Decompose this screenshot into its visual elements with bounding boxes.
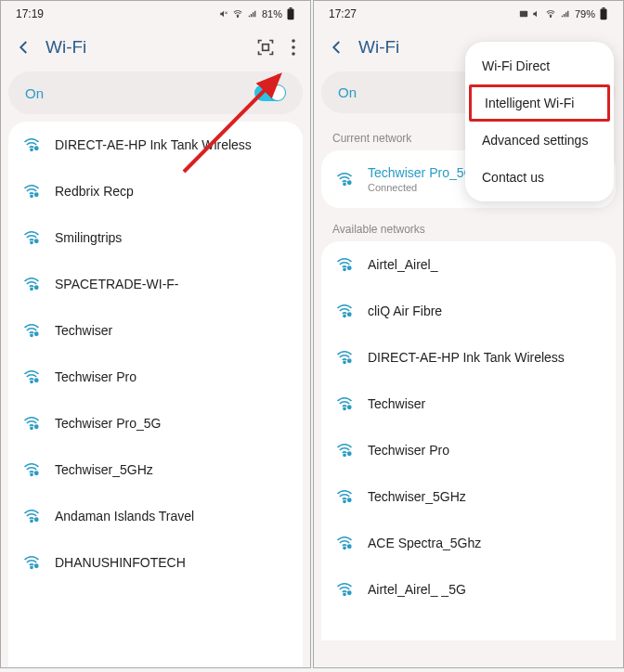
svg-rect-27 bbox=[36, 426, 38, 428]
status-bar: 17:27 79% bbox=[314, 1, 623, 23]
wifi-icon bbox=[545, 9, 556, 19]
wifi-toggle-row[interactable]: On bbox=[8, 71, 303, 114]
volume-mute-icon bbox=[219, 9, 228, 19]
network-name: Techwiser_5GHz bbox=[368, 489, 603, 504]
image-icon bbox=[519, 9, 528, 19]
svg-point-6 bbox=[292, 52, 295, 56]
svg-rect-63 bbox=[349, 499, 351, 501]
network-name: ACE Spectra_5Ghz bbox=[368, 536, 603, 550]
svg-rect-57 bbox=[349, 407, 351, 408]
overflow-menu: Wi-Fi DirectIntelligent Wi-FiAdvanced se… bbox=[465, 42, 614, 201]
wifi-signal-icon bbox=[21, 508, 42, 524]
network-row[interactable]: Techwiser bbox=[8, 307, 303, 354]
wifi-signal-icon bbox=[334, 349, 355, 366]
menu-item[interactable]: Advanced settings bbox=[465, 122, 614, 159]
wifi-signal-icon bbox=[334, 442, 355, 459]
svg-point-28 bbox=[31, 473, 32, 475]
network-row[interactable]: Techwiser Pro bbox=[321, 427, 616, 473]
svg-rect-60 bbox=[349, 453, 351, 455]
svg-point-52 bbox=[344, 361, 345, 363]
network-row[interactable]: Smilingtrips bbox=[8, 214, 303, 261]
back-button[interactable] bbox=[16, 39, 32, 56]
network-name: Techwiser bbox=[368, 396, 603, 411]
wifi-signal-icon bbox=[21, 415, 42, 432]
network-row[interactable]: Techwiser Pro bbox=[8, 354, 303, 400]
svg-rect-33 bbox=[36, 519, 38, 521]
network-name: DHANUSHINFOTECH bbox=[55, 555, 290, 570]
svg-point-13 bbox=[31, 241, 32, 243]
back-button[interactable] bbox=[329, 39, 345, 56]
svg-rect-69 bbox=[349, 592, 351, 594]
network-row[interactable]: Techwiser Pro_5G bbox=[8, 400, 303, 446]
network-row[interactable]: Redbrix Recp bbox=[8, 168, 303, 214]
svg-rect-41 bbox=[603, 7, 605, 8]
wifi-signal-icon bbox=[21, 229, 42, 246]
more-vertical-icon bbox=[292, 39, 295, 56]
svg-point-0 bbox=[237, 16, 238, 17]
network-row[interactable]: DHANUSHINFOTECH bbox=[8, 539, 303, 586]
wifi-signal-icon bbox=[21, 276, 42, 292]
svg-point-61 bbox=[344, 500, 345, 502]
svg-point-55 bbox=[344, 407, 345, 409]
wifi-signal-icon bbox=[334, 535, 355, 551]
network-name: Airtel_Airel_ bbox=[368, 257, 603, 272]
svg-rect-15 bbox=[36, 240, 38, 242]
network-name: Techwiser_5GHz bbox=[55, 462, 290, 477]
network-name: Techwiser Pro bbox=[55, 369, 290, 384]
svg-rect-36 bbox=[36, 565, 38, 567]
qr-scan-button[interactable] bbox=[256, 38, 275, 57]
wifi-signal-icon bbox=[21, 322, 42, 339]
svg-rect-24 bbox=[36, 380, 38, 381]
network-row[interactable]: Airtel_Airel_ bbox=[321, 241, 616, 288]
network-name: DIRECT-AE-HP Ink Tank Wireless bbox=[55, 137, 290, 152]
svg-point-58 bbox=[344, 454, 345, 456]
network-list: DIRECT-AE-HP Ink Tank WirelessRedbrix Re… bbox=[8, 122, 303, 668]
network-row[interactable]: Airtel_Airel_ _5G bbox=[321, 566, 616, 613]
status-time: 17:19 bbox=[16, 7, 44, 20]
network-row[interactable]: Techwiser_5GHz bbox=[321, 473, 616, 520]
network-name: DIRECT-AE-HP Ink Tank Wireless bbox=[368, 350, 603, 365]
menu-item[interactable]: Wi-Fi Direct bbox=[465, 47, 614, 84]
svg-rect-48 bbox=[349, 267, 351, 269]
screenshot-left: 17:19 81% Wi-Fi On DIRECT-AE-HP Ink Tank… bbox=[0, 0, 311, 668]
more-options-button[interactable] bbox=[292, 39, 295, 56]
network-row[interactable]: cliQ Air Fibre bbox=[321, 288, 616, 334]
battery-icon bbox=[286, 7, 295, 20]
available-network-list: Airtel_Airel_cliQ Air FibreDIRECT-AE-HP … bbox=[321, 241, 616, 640]
network-row[interactable]: DIRECT-AE-HP Ink Tank Wireless bbox=[8, 122, 303, 168]
svg-rect-38 bbox=[520, 11, 527, 18]
wifi-signal-icon bbox=[21, 136, 42, 153]
menu-item[interactable]: Contact us bbox=[465, 159, 614, 196]
network-name: Techwiser Pro_5G bbox=[55, 416, 290, 431]
svg-rect-44 bbox=[349, 182, 351, 184]
network-row[interactable]: ACE Spectra_5Ghz bbox=[321, 520, 616, 566]
svg-point-39 bbox=[550, 16, 551, 17]
wifi-signal-icon bbox=[334, 256, 355, 273]
svg-rect-12 bbox=[36, 194, 38, 196]
svg-point-34 bbox=[31, 566, 32, 568]
network-row[interactable]: Techwiser_5GHz bbox=[8, 446, 303, 493]
on-label: On bbox=[25, 85, 44, 101]
network-row[interactable]: DIRECT-AE-HP Ink Tank Wireless bbox=[321, 334, 616, 381]
status-time: 17:27 bbox=[329, 7, 357, 20]
svg-rect-66 bbox=[349, 546, 351, 548]
svg-point-31 bbox=[31, 520, 32, 522]
menu-item[interactable]: Intelligent Wi-Fi bbox=[469, 84, 610, 122]
svg-point-25 bbox=[31, 427, 32, 429]
svg-point-4 bbox=[292, 39, 295, 43]
volume-mute-icon bbox=[532, 9, 541, 19]
chevron-left-icon bbox=[16, 39, 32, 56]
svg-point-22 bbox=[31, 381, 32, 382]
svg-rect-2 bbox=[290, 7, 292, 8]
network-row[interactable]: SPACETRADE-WI-F- bbox=[8, 261, 303, 307]
screenshot-right: 17:27 79% Wi-Fi On Current network Techw… bbox=[313, 0, 624, 668]
status-battery: 81% bbox=[262, 8, 282, 19]
svg-rect-18 bbox=[36, 287, 38, 289]
status-bar: 17:19 81% bbox=[1, 1, 310, 23]
battery-icon bbox=[599, 7, 608, 20]
network-name: SPACETRADE-WI-F- bbox=[55, 277, 290, 291]
network-row[interactable]: Andaman Islands Travel bbox=[8, 493, 303, 539]
network-name: Techwiser bbox=[55, 323, 290, 338]
toggle-switch[interactable] bbox=[254, 84, 286, 101]
network-row[interactable]: Techwiser bbox=[321, 381, 616, 427]
